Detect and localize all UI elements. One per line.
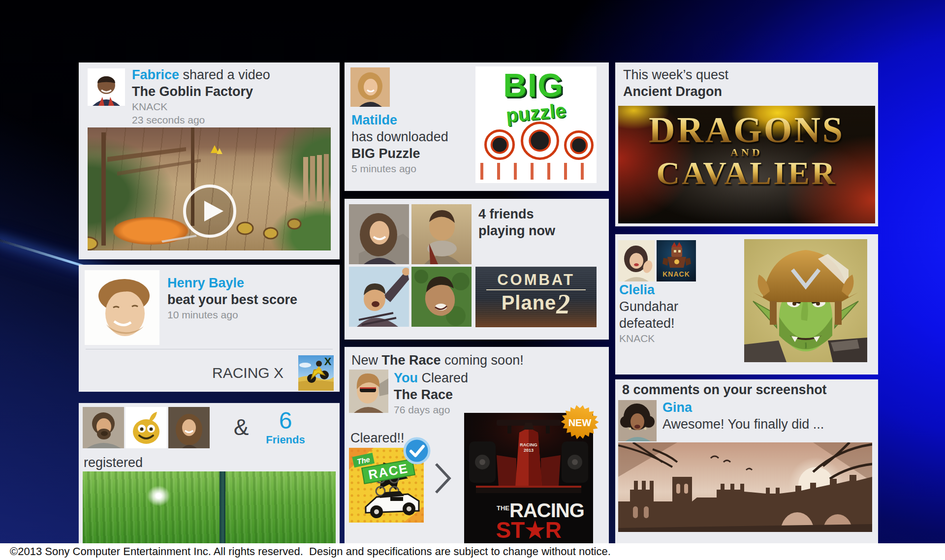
copyright-text: ©2013 Sony Computer Entertainment Inc. A… bbox=[0, 543, 945, 560]
race-headline-post: coming soon! bbox=[441, 353, 524, 368]
combat-logo-plane: Plane bbox=[502, 292, 557, 313]
friends-action: registered bbox=[84, 454, 143, 471]
matilde-avatar bbox=[350, 67, 390, 107]
gina-comment: Awesome! You finally did ... bbox=[662, 416, 874, 433]
quest-line1: This week’s quest bbox=[623, 66, 728, 83]
matilde-timestamp: 5 minutes ago bbox=[351, 162, 448, 175]
race-headline-title: The Race bbox=[382, 353, 441, 368]
big-puzzle-art: BIG puzzle bbox=[475, 66, 597, 183]
dragons-art-line3: CAVALIER bbox=[618, 158, 875, 188]
race-headline-pre: New bbox=[351, 353, 382, 368]
play-button[interactable] bbox=[182, 184, 237, 239]
race-player-name: You bbox=[394, 371, 418, 385]
activity-card-friends-registered[interactable]: & 6 Friends registered bbox=[79, 403, 340, 543]
activity-card-fabrice-video[interactable]: Fabrice shared a video The Goblin Factor… bbox=[79, 62, 340, 259]
playing-avatar-grid bbox=[349, 204, 472, 327]
activity-card-matilde-download[interactable]: Matilde has downloaded BIG Puzzle 5 minu… bbox=[345, 62, 609, 191]
friend-avatar-mascot bbox=[126, 407, 167, 448]
activity-card-henry-score[interactable]: Henry Bayle beat your best score 10 minu… bbox=[79, 265, 340, 392]
racing-x-label: RACING X bbox=[212, 365, 284, 381]
playing-avatar-laughing-man bbox=[349, 267, 409, 327]
friend-avatar-woman bbox=[168, 407, 210, 448]
poster-the: THE bbox=[497, 504, 509, 512]
comments-headline: 8 comments on your screenshot bbox=[622, 381, 827, 398]
playing-avatar-woman bbox=[349, 204, 409, 264]
combat-logo-line2: Plane2 bbox=[475, 292, 597, 314]
card-divider bbox=[86, 349, 333, 349]
robot-graphic bbox=[521, 122, 559, 160]
friend-avatar-bearded-man bbox=[83, 407, 124, 448]
race-timestamp: 76 days ago bbox=[394, 403, 468, 416]
matilde-action: has downloaded bbox=[351, 128, 448, 145]
flag-pole bbox=[220, 471, 225, 543]
racing-x-game-icon: X bbox=[298, 355, 334, 391]
henry-avatar bbox=[85, 270, 159, 345]
friends-avatar-row bbox=[83, 407, 210, 448]
activity-card-friends-playing[interactable]: 4 friends playing now COMBAT Plane2 bbox=[345, 199, 609, 340]
combat-logo-line1: COMBAT bbox=[475, 272, 597, 288]
playing-line2: playing now bbox=[478, 222, 555, 239]
race-headline: New The Race coming soon! bbox=[351, 352, 524, 369]
quest-line2: Ancient Dragon bbox=[623, 83, 728, 100]
combat-logo-rule bbox=[486, 289, 586, 290]
clelia-avatar bbox=[618, 240, 655, 281]
gina-avatar bbox=[618, 400, 657, 441]
robot-graphic bbox=[484, 129, 515, 160]
clelia-line1: Gundahar bbox=[619, 298, 678, 315]
ampersand-text: & bbox=[226, 414, 256, 440]
henry-timestamp: 10 minutes ago bbox=[167, 308, 297, 321]
fabrice-game-name: KNACK bbox=[132, 100, 333, 113]
new-badge: NEW bbox=[561, 404, 598, 441]
clelia-name: Clelia bbox=[619, 281, 678, 298]
friends-count: 6 bbox=[261, 408, 310, 434]
henry-name: Henry Bayle bbox=[167, 275, 297, 291]
dragons-and-cavalier-art: DRAGONS AND CAVALIER bbox=[618, 106, 875, 223]
dragons-art-line1: DRAGONS bbox=[618, 113, 875, 147]
poster-nose-text: RACING bbox=[520, 442, 537, 447]
matilde-game-title: BIG Puzzle bbox=[351, 145, 448, 162]
playing-avatar-grass-man bbox=[411, 267, 472, 327]
gina-name: Gina bbox=[662, 399, 874, 416]
clelia-game: KNACK bbox=[619, 332, 678, 345]
race-game-title: The Race bbox=[394, 386, 468, 403]
activity-card-weekly-quest[interactable]: This week’s quest Ancient Dragon DRAGONS… bbox=[615, 62, 878, 226]
fabrice-timestamp: 23 seconds ago bbox=[132, 113, 333, 126]
chevron-right-icon bbox=[434, 462, 452, 495]
activity-card-clelia-defeated[interactable]: KNACK Clelia Gundahar defeated! KNACK bbox=[615, 234, 878, 374]
race-player-avatar bbox=[349, 370, 388, 413]
gundahar-goblin-image bbox=[744, 239, 867, 362]
activity-card-screenshot-comments[interactable]: 8 comments on your screenshot Gina Aweso… bbox=[615, 379, 878, 543]
fabrice-avatar bbox=[88, 68, 125, 106]
goblin-factory-video-thumbnail[interactable] bbox=[88, 127, 331, 250]
knack-game-icon: KNACK bbox=[657, 240, 696, 281]
matilde-name: Matilde bbox=[351, 112, 448, 128]
fabrice-action-line: Fabrice shared a video bbox=[132, 66, 333, 83]
screenshot-castle-image bbox=[618, 442, 872, 532]
big-puzzle-art-line1: BIG bbox=[475, 69, 592, 101]
copyright-bar: ©2013 Sony Computer Entertainment Inc. A… bbox=[0, 543, 945, 560]
poster-star: ST★R bbox=[496, 517, 561, 543]
robot-legs-graphic bbox=[475, 163, 597, 180]
henry-action: beat your best score bbox=[167, 291, 297, 308]
robot-graphic bbox=[564, 130, 594, 160]
playing-line1: 4 friends bbox=[478, 206, 555, 222]
racing-x-row: RACING X X bbox=[79, 354, 334, 392]
combat-logo-number: 2 bbox=[556, 289, 570, 319]
poster-nose-year: 2013 bbox=[524, 448, 534, 453]
clelia-line2: defeated! bbox=[619, 315, 678, 332]
knack-icon-label: KNACK bbox=[662, 270, 690, 278]
fabrice-action: shared a video bbox=[183, 67, 270, 82]
friends-count-label: Friends bbox=[261, 434, 310, 446]
fabrice-video-title: The Goblin Factory bbox=[132, 83, 333, 100]
race-cleared-text: Cleared!! bbox=[350, 430, 405, 446]
race-cleared-line: You Cleared bbox=[394, 370, 468, 386]
race-action: Cleared bbox=[418, 371, 468, 385]
activity-card-the-race[interactable]: New The Race coming soon! You Cleared Th… bbox=[345, 347, 609, 543]
friends-count-block: 6 Friends bbox=[261, 408, 310, 446]
racing-x-icon-letter: X bbox=[324, 355, 332, 368]
playing-avatar-adventurer bbox=[411, 204, 472, 264]
fabrice-name: Fabrice bbox=[132, 67, 179, 82]
golf-game-screenshot bbox=[83, 471, 336, 543]
new-badge-text: NEW bbox=[568, 417, 592, 428]
combat-plane-2-logo: COMBAT Plane2 bbox=[475, 267, 597, 327]
